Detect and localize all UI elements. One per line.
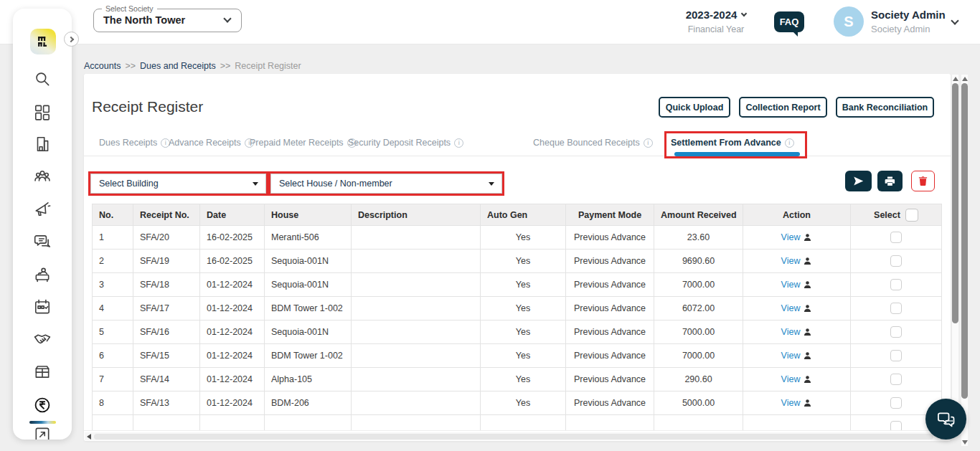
action-cell: View [743, 368, 851, 391]
description-cell [352, 391, 481, 415]
sidebar-item-search-icon[interactable] [33, 70, 52, 88]
sidebar-item-dashboard-icon[interactable] [33, 103, 52, 121]
description-cell [352, 273, 481, 297]
sidebar-item-announcements-icon[interactable] [33, 199, 52, 218]
auto-gen-cell: Yes [481, 344, 566, 368]
horizontal-scrollbar[interactable] [84, 430, 951, 441]
description-cell [352, 344, 481, 368]
collection-report-button[interactable]: Collection Report [739, 97, 827, 118]
view-link[interactable]: View [781, 351, 801, 361]
select-all-checkbox[interactable] [905, 209, 918, 222]
vertical-scrollbar-inner[interactable] [952, 75, 958, 430]
tab-dues-receipts[interactable]: Dues Receiptsi [99, 138, 170, 148]
info-icon[interactable]: i [785, 138, 794, 148]
receipts-table: No.Receipt No.DateHouseDescriptionAuto G… [92, 204, 942, 439]
scroll-left-arrow[interactable] [87, 434, 91, 440]
row-select-checkbox[interactable] [890, 350, 902, 361]
send-icon [852, 175, 864, 187]
society-select-label: Select Society [102, 4, 157, 13]
building-select[interactable]: Select Building [90, 174, 266, 194]
view-link[interactable]: View [781, 280, 801, 290]
sidebar-item-app-logo[interactable] [30, 29, 56, 54]
bank-reconciliation-button[interactable]: Bank Reconciliation [836, 97, 934, 118]
sidebar-item-approvals-icon[interactable] [33, 425, 52, 440]
breadcrumb-accounts[interactable]: Accounts [84, 61, 121, 71]
sidebar-expand-button[interactable] [64, 32, 79, 47]
view-link[interactable]: View [781, 256, 801, 266]
send-button[interactable] [845, 171, 872, 191]
receipt-register-card: Receipt Register Quick Upload Collection… [84, 74, 951, 441]
person-icon [803, 327, 812, 337]
tab-label: Dues Receipts [99, 138, 157, 148]
chat-bubbles-icon [936, 409, 956, 429]
person-icon [803, 256, 812, 266]
vertical-scrollbar-outer[interactable] [961, 75, 968, 446]
faq-button[interactable]: FAQ [774, 11, 804, 32]
tab-prepaid-meter-receipts[interactable]: Prepaid Meter Receiptsi [250, 138, 357, 148]
view-link[interactable]: View [781, 374, 801, 384]
sidebar-item-society-buildings-icon[interactable] [33, 135, 52, 153]
sidebar-item-inventory-icon[interactable] [33, 362, 52, 381]
no-cell: 5 [93, 321, 133, 344]
society-select[interactable]: Select Society The North Tower [93, 9, 242, 32]
view-link[interactable]: View [781, 303, 801, 313]
amount-received-cell: 290.60 [654, 368, 743, 391]
sidebar-item-vendors-icon[interactable] [33, 330, 52, 348]
scrollbar-thumb[interactable] [952, 83, 958, 323]
row-select-checkbox[interactable] [890, 397, 902, 409]
view-link[interactable]: View [781, 327, 801, 337]
tab-security-deposit-receipts[interactable]: Security Deposit Receiptsi [348, 138, 463, 148]
auto-gen-cell: Yes [481, 226, 566, 250]
tab-advance-receipts[interactable]: Advance Receiptsi [169, 138, 254, 148]
user-menu-chevron[interactable] [951, 16, 958, 24]
sidebar-item-accounts-icon[interactable] [33, 396, 52, 414]
select-cell [851, 297, 942, 321]
chat-support-button[interactable] [925, 399, 966, 440]
receipt-no-cell: SFA/18 [133, 273, 200, 297]
row-select-checkbox[interactable] [890, 374, 902, 385]
scroll-down-arrow[interactable] [962, 440, 968, 445]
row-select-checkbox[interactable] [890, 326, 902, 338]
chevron-right-icon [68, 37, 74, 42]
tab-label: Settlement From Advance [671, 138, 781, 148]
annotation-box-building: Select Building [88, 171, 268, 196]
scroll-up-arrow[interactable] [962, 77, 968, 81]
delete-button[interactable] [911, 171, 935, 191]
row-select-checkbox[interactable] [890, 255, 902, 267]
financial-year-value: 2023-2024 [686, 9, 738, 21]
sidebar-item-community-icon[interactable] [33, 167, 52, 186]
description-cell [352, 297, 481, 321]
house-cell: Sequoia-001N [265, 250, 352, 273]
sidebar-item-calendar-bookings-icon[interactable] [33, 298, 52, 316]
breadcrumb-dues-and-receipts[interactable]: Dues and Receipts [140, 61, 216, 71]
scrollbar-thumb[interactable] [94, 434, 933, 440]
view-link[interactable]: View [781, 232, 801, 242]
chevron-down-icon [741, 11, 747, 16]
tab-settlement-from-advance[interactable]: Settlement From Advancei [671, 138, 794, 148]
house-select[interactable]: Select House / Non-member [270, 174, 502, 194]
info-icon[interactable]: i [454, 138, 463, 148]
print-button[interactable] [877, 171, 903, 191]
payment-mode-cell: Previous Advance [566, 344, 654, 368]
row-select-checkbox[interactable] [890, 279, 902, 290]
row-select-checkbox[interactable] [890, 303, 902, 314]
action-cell: View [743, 250, 851, 273]
sidebar-item-front-desk-icon[interactable] [33, 265, 52, 284]
auto-gen-cell: Yes [481, 273, 566, 297]
tab-cheque-bounced-receipts[interactable]: Cheque Bounced Receiptsi [533, 138, 653, 148]
quick-upload-button[interactable]: Quick Upload [659, 97, 730, 118]
view-link[interactable]: View [781, 398, 801, 408]
financial-year-selector[interactable]: 2023-2024 Financial Year [673, 9, 759, 34]
house-cell: BDM-206 [265, 391, 352, 415]
column-header-payment-mode: Payment Mode [566, 204, 654, 226]
scroll-up-arrow[interactable] [953, 77, 958, 81]
annotation-box-house: Select House / Non-member [268, 171, 504, 196]
avatar[interactable]: S [834, 6, 864, 37]
payment-mode-cell: Previous Advance [566, 226, 654, 250]
info-icon[interactable]: i [644, 138, 653, 148]
person-icon [803, 232, 812, 242]
row-select-checkbox[interactable] [890, 232, 902, 243]
person-icon [803, 374, 812, 384]
scrollbar-thumb[interactable] [961, 83, 968, 399]
sidebar-item-communications-icon[interactable] [33, 232, 52, 251]
